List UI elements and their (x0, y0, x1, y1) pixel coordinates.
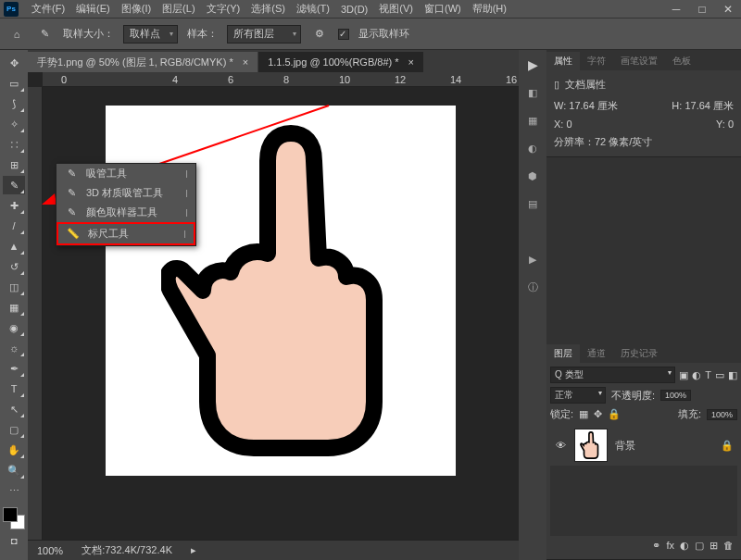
layer-filter-dropdown[interactable]: Q 类型 (550, 367, 675, 383)
libraries-panel-icon[interactable]: ▤ (523, 194, 542, 213)
menu-type[interactable]: 文字(Y) (201, 2, 246, 16)
edit-toolbar-button[interactable]: ⋯ (3, 481, 25, 500)
link-layers-icon[interactable]: ⚭ (652, 540, 660, 552)
canvas[interactable] (106, 106, 456, 476)
status-arrow-icon[interactable]: ▸ (191, 544, 196, 556)
swatch-tab[interactable]: 色板 (665, 52, 698, 70)
filter-shape-icon[interactable]: ▭ (715, 369, 724, 381)
menu-file[interactable]: 文件(F) (26, 2, 70, 16)
new-group-icon[interactable]: ▢ (695, 540, 704, 552)
delete-layer-icon[interactable]: 🗑 (723, 540, 734, 552)
menu-select[interactable]: 选择(S) (245, 2, 291, 16)
play-button[interactable]: ▶ (523, 56, 542, 74)
doc-tab-1[interactable]: 手势1.png @ 50% (图层 1, RGB/8/CMYK) *× (28, 52, 257, 72)
menu-filter[interactable]: 滤镜(T) (291, 2, 335, 16)
color-swatch[interactable] (3, 507, 25, 529)
layer-item-bg[interactable]: 👁 背景 🔒 (550, 425, 737, 466)
ruler-icon: 📏 (66, 228, 81, 240)
path-select-tool[interactable]: ↖ (3, 400, 25, 418)
lasso-tool[interactable]: ⟆ (3, 94, 25, 113)
sample-layers-dropdown[interactable]: 所有图层 (227, 25, 301, 44)
menu-help[interactable]: 帮助(H) (467, 2, 512, 16)
brush-tab[interactable]: 画笔设置 (613, 52, 665, 70)
ruler-vertical[interactable] (28, 87, 43, 540)
type-tool[interactable]: T (3, 380, 25, 398)
blur-tool[interactable]: ◉ (3, 318, 25, 337)
layer-fx-icon[interactable]: fx (666, 540, 674, 552)
filter-adj-icon[interactable]: ◐ (692, 369, 701, 381)
zoom-level[interactable]: 100% (37, 545, 63, 556)
pen-tool[interactable]: ✒ (3, 359, 25, 378)
menu-view[interactable]: 视图(V) (373, 2, 419, 16)
flyout-ruler-tool[interactable]: 📏 标尺工具 I (57, 222, 195, 245)
adjustments-panel-icon[interactable]: ◐ (523, 139, 542, 157)
gradient-tool[interactable]: ▦ (3, 298, 25, 317)
menu-3d[interactable]: 3D(D) (335, 4, 373, 15)
brush-tool[interactable]: / (3, 217, 25, 235)
window-close-button[interactable]: ✕ (715, 3, 741, 16)
sample-settings-icon[interactable]: ⚙ (310, 25, 329, 44)
zoom-tool[interactable]: 🔍 (3, 461, 25, 479)
filter-img-icon[interactable]: ▣ (679, 369, 688, 381)
visibility-toggle[interactable]: 👁 (554, 440, 567, 451)
lock-position-icon[interactable]: ✥ (594, 408, 602, 420)
marquee-tool[interactable]: ▭ (3, 74, 25, 93)
window-max-button[interactable]: □ (689, 3, 715, 16)
blend-mode-dropdown[interactable]: 正常 (550, 387, 606, 404)
eraser-tool[interactable]: ◫ (3, 278, 25, 296)
lock-all-icon[interactable]: 🔒 (608, 408, 621, 420)
crop-tool[interactable]: ⸬ (3, 135, 25, 154)
menu-window[interactable]: 窗口(W) (419, 2, 467, 16)
close-tab-icon[interactable]: × (408, 56, 414, 68)
layer-name[interactable]: 背景 (615, 439, 635, 453)
hand-tool[interactable]: ✋ (3, 441, 25, 459)
new-layer-icon[interactable]: ⊞ (710, 540, 718, 552)
magic-wand-tool[interactable]: ✧ (3, 115, 25, 133)
flyout-label: 颜色取样器工具 (86, 205, 157, 219)
flyout-3d-eyedropper[interactable]: ✎ 3D 材质吸管工具 I (57, 183, 195, 203)
canvas-area[interactable] (43, 87, 519, 540)
opacity-value[interactable]: 100% (660, 390, 691, 401)
quickmask-toggle[interactable]: ◘ (3, 531, 25, 550)
styles-panel-icon[interactable]: ⬢ (523, 167, 542, 185)
menu-layer[interactable]: 图层(L) (157, 2, 200, 16)
filter-type-icon[interactable]: T (705, 369, 711, 380)
filter-smart-icon[interactable]: ◧ (728, 369, 737, 381)
show-ring-checkbox[interactable] (338, 29, 349, 40)
fill-label: 填充: (678, 407, 701, 421)
swatches-panel-icon[interactable]: ▦ (523, 111, 542, 130)
ruler-horizontal[interactable]: 0 4 6 8 10 12 14 16 (43, 72, 519, 87)
window-min-button[interactable]: ─ (663, 3, 689, 16)
ruler-tick: 16 (506, 74, 517, 85)
layers-tab[interactable]: 图层 (546, 344, 580, 363)
actions-panel-icon[interactable]: ▶ (523, 250, 542, 268)
shape-tool[interactable]: ▢ (3, 420, 25, 439)
close-tab-icon[interactable]: × (243, 56, 248, 68)
flyout-color-sampler[interactable]: ✎ 颜色取样器工具 I (57, 203, 195, 222)
menu-image[interactable]: 图像(I) (116, 2, 157, 16)
info-panel-icon[interactable]: ⓘ (523, 278, 542, 296)
home-icon[interactable]: ⌂ (7, 25, 26, 44)
doc-tab-2[interactable]: 1.1.5.jpg @ 100%(RGB/8#) *× (258, 52, 423, 72)
move-tool[interactable]: ✥ (3, 54, 25, 72)
dodge-tool[interactable]: ☼ (3, 339, 25, 357)
heal-tool[interactable]: ✚ (3, 196, 25, 215)
history-tab[interactable]: 历史记录 (613, 344, 665, 363)
char-tab[interactable]: 字符 (580, 52, 613, 70)
channels-tab[interactable]: 通道 (580, 344, 613, 363)
lock-pixels-icon[interactable]: ▦ (579, 408, 588, 420)
color-sampler-icon: ✎ (64, 206, 79, 218)
eyedropper-tool[interactable]: ✎ (3, 176, 25, 194)
frame-tool[interactable]: ⊞ (3, 156, 25, 174)
props-tab[interactable]: 属性 (546, 52, 580, 70)
flyout-eyedropper[interactable]: ✎ 吸管工具 I (57, 164, 195, 183)
eyedropper-tool-icon[interactable]: ✎ (35, 25, 54, 44)
sample-size-dropdown[interactable]: 取样点 (123, 25, 178, 44)
layer-thumbnail[interactable] (574, 429, 608, 462)
stamp-tool[interactable]: ▲ (3, 237, 25, 255)
color-panel-icon[interactable]: ◧ (523, 83, 542, 102)
fill-value[interactable]: 100% (707, 409, 737, 420)
layer-mask-icon[interactable]: ◐ (680, 540, 689, 552)
menu-edit[interactable]: 编辑(E) (70, 2, 116, 16)
history-brush-tool[interactable]: ↺ (3, 257, 25, 276)
